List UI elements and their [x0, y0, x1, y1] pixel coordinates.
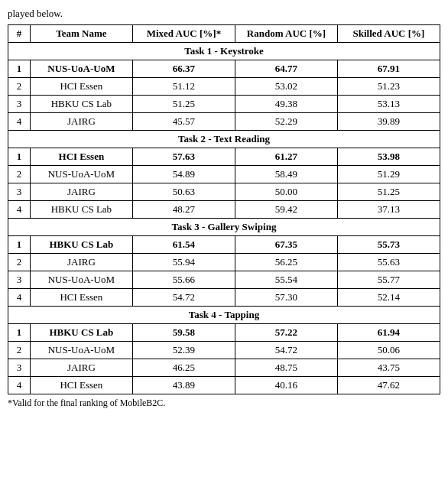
mixed-cell: 50.63	[132, 183, 235, 201]
skilled-cell: 51.23	[337, 78, 440, 96]
team-cell: JAIRG	[30, 113, 132, 131]
mixed-cell: 54.72	[132, 289, 235, 307]
team-cell: HBKU CS Lab	[30, 201, 132, 219]
mixed-cell: 51.12	[132, 78, 235, 96]
team-cell: HCI Essen	[30, 148, 132, 166]
skilled-cell: 39.89	[337, 113, 440, 131]
random-cell: 53.02	[235, 78, 337, 96]
mixed-cell: 48.27	[132, 201, 235, 219]
random-cell: 40.16	[235, 377, 337, 394]
skilled-cell: 53.13	[337, 96, 440, 113]
table-row: 1HBKU CS Lab59.5857.2261.94	[8, 324, 440, 342]
team-cell: NUS-UoA-UoM	[30, 166, 132, 183]
results-table: # Team Name Mixed AUC [%]* Random AUC [%…	[8, 24, 440, 394]
table-row: 3JAIRG46.2548.7543.75	[8, 359, 440, 377]
mixed-cell: 54.89	[132, 166, 235, 183]
mixed-cell: 55.66	[132, 271, 235, 289]
rank-cell: 1	[8, 148, 31, 166]
team-cell: HCI Essen	[30, 289, 132, 307]
skilled-cell: 55.73	[337, 236, 440, 254]
intro-text: played below.	[8, 8, 440, 20]
table-row: 2HCI Essen51.1253.0251.23	[8, 78, 440, 96]
table-row: 1HBKU CS Lab61.5467.3555.73	[8, 236, 440, 254]
header-hash: #	[8, 25, 31, 43]
mixed-cell: 59.58	[132, 324, 235, 342]
random-cell: 52.29	[235, 113, 337, 131]
random-cell: 59.42	[235, 201, 337, 219]
rank-cell: 3	[8, 359, 31, 377]
mixed-cell: 43.89	[132, 377, 235, 394]
task-header-4: Task 4 - Tapping	[8, 307, 440, 324]
mixed-cell: 52.39	[132, 342, 235, 359]
team-cell: HBKU CS Lab	[30, 236, 132, 254]
team-cell: HCI Essen	[30, 78, 132, 96]
header-mixed: Mixed AUC [%]*	[132, 25, 235, 43]
rank-cell: 4	[8, 113, 31, 131]
random-cell: 49.38	[235, 96, 337, 113]
skilled-cell: 61.94	[337, 324, 440, 342]
rank-cell: 2	[8, 254, 31, 271]
rank-cell: 1	[8, 236, 31, 254]
header-team: Team Name	[30, 25, 132, 43]
table-row: 1HCI Essen57.6361.2753.98	[8, 148, 440, 166]
rank-cell: 4	[8, 201, 31, 219]
rank-cell: 3	[8, 96, 31, 113]
random-cell: 58.49	[235, 166, 337, 183]
team-cell: JAIRG	[30, 254, 132, 271]
rank-cell: 2	[8, 342, 31, 359]
random-cell: 54.72	[235, 342, 337, 359]
mixed-cell: 55.94	[132, 254, 235, 271]
task-header-2: Task 2 - Text Reading	[8, 131, 440, 148]
rank-cell: 1	[8, 324, 31, 342]
skilled-cell: 67.91	[337, 60, 440, 78]
table-row: 4HCI Essen43.8940.1647.62	[8, 377, 440, 394]
skilled-cell: 51.29	[337, 166, 440, 183]
random-cell: 56.25	[235, 254, 337, 271]
random-cell: 61.27	[235, 148, 337, 166]
mixed-cell: 66.37	[132, 60, 235, 78]
rank-cell: 3	[8, 271, 31, 289]
table-row: 2JAIRG55.9456.2555.63	[8, 254, 440, 271]
random-cell: 57.22	[235, 324, 337, 342]
header-random: Random AUC [%]	[235, 25, 337, 43]
random-cell: 55.54	[235, 271, 337, 289]
skilled-cell: 37.13	[337, 201, 440, 219]
table-header-row: # Team Name Mixed AUC [%]* Random AUC [%…	[8, 25, 440, 43]
table-row: 4HCI Essen54.7257.3052.14	[8, 289, 440, 307]
skilled-cell: 53.98	[337, 148, 440, 166]
table-row: 2NUS-UoA-UoM52.3954.7250.06	[8, 342, 440, 359]
team-cell: JAIRG	[30, 359, 132, 377]
table-row: 3JAIRG50.6350.0051.25	[8, 183, 440, 201]
header-skilled: Skilled AUC [%]	[337, 25, 440, 43]
team-cell: HBKU CS Lab	[30, 324, 132, 342]
mixed-cell: 57.63	[132, 148, 235, 166]
table-row: 2NUS-UoA-UoM54.8958.4951.29	[8, 166, 440, 183]
team-cell: NUS-UoA-UoM	[30, 271, 132, 289]
skilled-cell: 51.25	[337, 183, 440, 201]
task-header-3: Task 3 - Gallery Swiping	[8, 219, 440, 236]
table-row: 4JAIRG45.5752.2939.89	[8, 113, 440, 131]
table-row: 4HBKU CS Lab48.2759.4237.13	[8, 201, 440, 219]
rank-cell: 2	[8, 166, 31, 183]
rank-cell: 1	[8, 60, 31, 78]
footnote: *Valid for the final ranking of MobileB2…	[8, 398, 440, 409]
skilled-cell: 52.14	[337, 289, 440, 307]
skilled-cell: 50.06	[337, 342, 440, 359]
mixed-cell: 51.25	[132, 96, 235, 113]
team-cell: NUS-UoA-UoM	[30, 60, 132, 78]
mixed-cell: 46.25	[132, 359, 235, 377]
team-cell: JAIRG	[30, 183, 132, 201]
table-row: 3HBKU CS Lab51.2549.3853.13	[8, 96, 440, 113]
random-cell: 48.75	[235, 359, 337, 377]
skilled-cell: 47.62	[337, 377, 440, 394]
team-cell: NUS-UoA-UoM	[30, 342, 132, 359]
random-cell: 57.30	[235, 289, 337, 307]
team-cell: HBKU CS Lab	[30, 96, 132, 113]
random-cell: 67.35	[235, 236, 337, 254]
mixed-cell: 61.54	[132, 236, 235, 254]
random-cell: 64.77	[235, 60, 337, 78]
random-cell: 50.00	[235, 183, 337, 201]
mixed-cell: 45.57	[132, 113, 235, 131]
team-cell: HCI Essen	[30, 377, 132, 394]
rank-cell: 2	[8, 78, 31, 96]
